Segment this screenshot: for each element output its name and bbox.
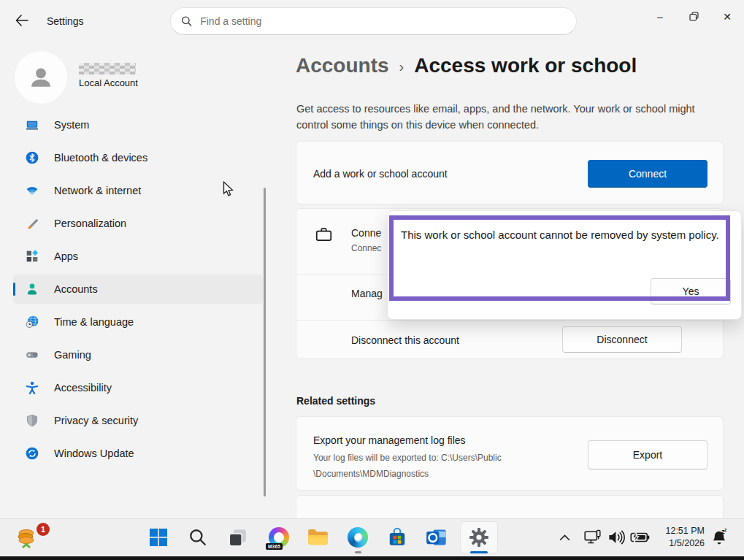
close-button[interactable]: ✕: [710, 0, 744, 33]
wifi-icon: [26, 184, 39, 197]
related-settings-heading: Related settings: [296, 395, 375, 407]
store-button[interactable]: [383, 521, 412, 553]
person-icon: [26, 63, 55, 92]
breadcrumb-separator: ›: [399, 56, 404, 75]
mouse-cursor: [221, 181, 236, 200]
sidebar-item-apps[interactable]: Apps: [13, 242, 263, 271]
sidebar-item-personalization[interactable]: Personalization: [13, 209, 263, 238]
edge-icon: [348, 527, 368, 548]
network-tray-button[interactable]: [581, 521, 605, 553]
start-button[interactable]: [144, 521, 173, 553]
page-title: Access work or school: [414, 54, 637, 77]
rewards-promo-icon[interactable]: 1: [13, 521, 42, 553]
export-button[interactable]: Export: [588, 440, 707, 469]
taskbar-search-button[interactable]: [183, 521, 212, 553]
avatar: [15, 51, 67, 104]
brush-icon: [26, 217, 39, 230]
sidebar-item-label: Apps: [54, 250, 78, 262]
tray-chevron-button[interactable]: [552, 521, 577, 553]
export-logs-card: Export your management log files Your lo…: [296, 416, 724, 491]
account-type-label: Local Account: [79, 77, 138, 88]
briefcase-icon: [314, 225, 334, 247]
notification-center-button[interactable]: zz: [705, 521, 733, 553]
system-icon: [26, 118, 39, 131]
search-icon: [181, 15, 192, 27]
restore-button[interactable]: [677, 0, 710, 33]
sidebar-item-label: Time & language: [54, 316, 134, 328]
notification-badge: 1: [37, 523, 50, 536]
restore-icon: [689, 12, 699, 21]
user-profile[interactable]: Local Account: [15, 50, 263, 105]
page-description: Get access to resources like email, apps…: [296, 101, 709, 134]
connect-button[interactable]: Connect: [588, 160, 707, 188]
sidebar-item-windows-update[interactable]: Windows Update: [13, 439, 263, 468]
outlook-icon: [426, 527, 448, 548]
sidebar-scrollbar[interactable]: [264, 188, 266, 496]
sidebar-item-label: Privacy & security: [54, 415, 138, 426]
back-arrow-icon: [15, 15, 28, 26]
volume-tray-button[interactable]: [605, 521, 628, 553]
sidebar-item-time-language[interactable]: Time & language: [13, 307, 263, 337]
sidebar-item-label: Windows Update: [54, 448, 134, 459]
export-subtitle: Your log files will be exported to: C:\U…: [313, 450, 569, 482]
sidebar-item-label: Network & internet: [54, 185, 141, 196]
window-controls: – ✕: [643, 0, 744, 33]
disconnect-row-label: Disconnect this account: [351, 334, 459, 346]
time-language-icon: [26, 315, 39, 329]
sidebar-item-accessibility[interactable]: Accessibility: [13, 373, 263, 402]
accessibility-icon: [26, 381, 39, 394]
network-icon: [584, 529, 602, 545]
connected-account-subtitle: Connec: [351, 243, 381, 253]
sidebar-item-label: Bluetooth & devices: [54, 152, 147, 164]
tray-time: 12:51 PM: [665, 525, 705, 537]
copilot-icon: M365: [269, 527, 289, 548]
breadcrumb: Accounts › Access work or school: [296, 54, 637, 77]
clock[interactable]: 12:51 PM 1/5/2026: [665, 525, 705, 550]
copilot-m365-button[interactable]: M365: [264, 521, 294, 553]
tray-date: 1/5/2026: [665, 537, 705, 550]
sidebar-item-system[interactable]: System: [13, 117, 263, 139]
sidebar-item-label: Accessibility: [54, 382, 112, 394]
windows-start-icon: [149, 528, 168, 547]
sidebar-nav: System Bluetooth & devices Network & int…: [0, 117, 270, 515]
sidebar-item-bluetooth-devices[interactable]: Bluetooth & devices: [13, 143, 263, 172]
m365-badge: M365: [266, 543, 283, 550]
settings-app-button[interactable]: [460, 521, 498, 553]
do-not-disturb-bell-icon: zz: [710, 528, 729, 547]
search-input[interactable]: [200, 15, 566, 27]
edge-button[interactable]: [343, 521, 372, 553]
edge-running-indicator: [355, 551, 361, 553]
user-name-redacted: [79, 63, 136, 74]
accounts-icon: [26, 283, 39, 296]
sidebar-item-label: Personalization: [54, 218, 126, 229]
file-explorer-button[interactable]: [303, 521, 332, 553]
back-button[interactable]: [10, 10, 34, 31]
minimize-button[interactable]: –: [643, 0, 677, 33]
settings-search[interactable]: [170, 7, 577, 35]
sidebar-item-privacy-security[interactable]: Privacy & security: [13, 406, 263, 435]
file-explorer-icon: [307, 527, 329, 548]
settings-active-indicator: [470, 551, 488, 553]
window-title: Settings: [47, 15, 84, 27]
outlook-button[interactable]: [422, 521, 451, 553]
export-title: Export your management log files: [313, 434, 466, 446]
sidebar-item-gaming[interactable]: Gaming: [13, 340, 263, 369]
add-account-card: Add a work or school account Connect: [296, 141, 724, 204]
sidebar-item-label: Accounts: [54, 283, 98, 295]
search-icon: [188, 528, 207, 547]
shield-icon: [26, 414, 39, 427]
breadcrumb-accounts[interactable]: Accounts: [296, 54, 389, 77]
gear-icon: [469, 527, 489, 548]
sidebar-item-label: Gaming: [54, 349, 91, 361]
speaker-icon: [607, 529, 625, 545]
manage-row-label: Manag: [351, 288, 383, 299]
screen-bottom-strip: [0, 556, 744, 560]
task-view-button[interactable]: [223, 521, 252, 553]
sidebar-item-label: System: [54, 119, 89, 131]
sidebar-item-accounts[interactable]: Accounts: [13, 275, 263, 304]
apps-icon: [26, 250, 39, 263]
store-icon: [387, 527, 407, 548]
titlebar: Settings – ✕: [0, 0, 744, 41]
battery-tray-button[interactable]: [626, 521, 653, 553]
disconnect-button[interactable]: Disconnect: [562, 326, 682, 353]
